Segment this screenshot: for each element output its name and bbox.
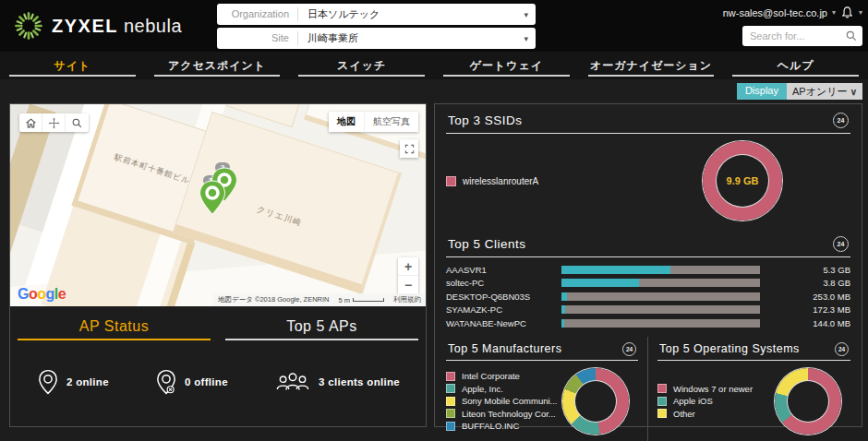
24-hour-icon[interactable]: 24 [622, 342, 636, 356]
organization-label: Organization [217, 7, 298, 21]
context-selectors: Organization 日本ソルテック ▾ Site 川崎事業所 ▾ [217, 4, 536, 52]
legend-label: Apple, Inc. [462, 384, 503, 394]
pin-online-icon [38, 369, 58, 395]
zoom-in-button[interactable]: + [398, 257, 418, 276]
search-icon [71, 117, 83, 129]
site-select[interactable]: Site 川崎事業所 ▾ [217, 28, 536, 49]
24-hour-icon[interactable]: 24 [833, 113, 849, 128]
google-letter: o [29, 286, 37, 302]
client-row: SYAMAZK-PC 172.3 MB [446, 304, 850, 317]
legend-item: Sony Mobile Communi... [446, 396, 562, 406]
tab-help[interactable]: ヘルプ [723, 52, 868, 79]
ssids-chart: wirelesslanrouterA 9.9 GB [446, 134, 850, 228]
bell-icon[interactable] [840, 6, 854, 19]
display-mode-value: APオンリー [792, 85, 847, 99]
tab-ap-status[interactable]: AP Status [10, 308, 218, 345]
legend-item: BUFFALO.INC [446, 421, 562, 431]
map-search-button[interactable] [66, 113, 89, 132]
manufacturers-section: Top 5 Manufacturers 24 Intel Corporate A… [446, 337, 648, 441]
legend-swatch [446, 176, 456, 186]
bar-fill [561, 292, 567, 301]
bar-fill [561, 279, 639, 287]
home-icon [25, 117, 37, 129]
google-logo[interactable]: Google [18, 286, 66, 303]
pan-button[interactable] [42, 113, 66, 132]
map-marker-pin[interactable] [199, 180, 226, 215]
client-name: SYAMAZK-PC [446, 304, 561, 315]
display-bar: Display APオンリー ∨ [737, 83, 862, 100]
tab-organization[interactable]: オーガナイゼーション [579, 52, 724, 79]
legend-swatch [657, 384, 667, 393]
search-icon[interactable] [845, 30, 858, 42]
chevron-down-icon: ▾ [859, 8, 862, 17]
24-hour-icon[interactable]: 24 [833, 236, 849, 252]
legend-label: Intel Corporate [462, 371, 520, 381]
client-name: AAASVR1 [446, 265, 561, 275]
os-chart: Windows 7 or newer Apple iOS Other [657, 361, 850, 441]
tab-site[interactable]: サイト [0, 52, 145, 79]
legend-label: BUFFALO.INC [462, 421, 519, 431]
legend-swatch [657, 397, 667, 406]
legend-label: wirelesslanrouterA [463, 176, 538, 186]
legend-item: Apple, Inc. [446, 384, 562, 394]
stat-offline: 0 offline [156, 369, 228, 395]
legend-label: Windows 7 or newer [673, 384, 753, 394]
legend-swatch [657, 409, 667, 418]
client-value: 3.8 GB [760, 278, 850, 288]
bar-track [561, 319, 760, 328]
zoom-out-button[interactable]: − [398, 276, 418, 294]
bar-track [561, 266, 760, 274]
stat-clients-label: 3 clients online [319, 376, 400, 387]
tab-switch[interactable]: スイッチ [289, 52, 434, 79]
ap-status-tabs: AP Status Top 5 APs [10, 308, 426, 345]
account-menu[interactable]: nw-sales@sol-tec.co.jp [723, 7, 827, 18]
map-type-map-button[interactable]: 地図 [329, 112, 364, 132]
chevron-down-icon: ▾ [832, 8, 836, 17]
client-name: DESKTOP-Q6BN03S [446, 292, 561, 302]
client-value: 5.3 GB [760, 265, 850, 275]
clients-header: Top 5 Clients 24 [446, 228, 850, 257]
client-name: WATANABE-NewPC [446, 318, 561, 328]
stat-online-label: 2 online [66, 376, 109, 387]
legend-item: wirelesslanrouterA [446, 176, 703, 186]
terms-link[interactable]: 利用規約 [389, 293, 426, 306]
fullscreen-button[interactable] [400, 139, 418, 158]
google-map[interactable]: 駅前本町十番館ビル クリエ川崎 2 1 [10, 104, 426, 306]
google-letter: g [46, 286, 54, 302]
client-value: 144.0 MB [760, 318, 850, 328]
brand-zyxel: ZYXEL [52, 16, 118, 37]
os-title: Top 5 Operating Systems [659, 342, 800, 355]
ssids-header: Top 3 SSIDs 24 [446, 104, 850, 134]
os-section: Top 5 Operating Systems 24 Windows 7 or … [648, 337, 850, 441]
tab-access-points[interactable]: アクセスポイント [145, 52, 290, 79]
chevron-down-icon: ▾ [524, 34, 528, 43]
legend-swatch [446, 372, 455, 381]
ssids-title: Top 3 SSIDs [448, 113, 523, 127]
brand-nebula: nebula [124, 16, 182, 37]
tab-gateway[interactable]: ゲートウェイ [434, 52, 579, 79]
map-type-satellite-button[interactable]: 航空写真 [364, 112, 418, 132]
stats-panel: Top 3 SSIDs 24 wirelesslanrouterA 9.9 GB… [434, 103, 862, 427]
client-row: soltec-PC 3.8 GB [446, 277, 850, 291]
clients-title: Top 5 Clients [448, 237, 526, 251]
zyxel-logo-icon [13, 10, 44, 42]
google-letter: o [37, 286, 45, 302]
main-nav: サイト アクセスポイント スイッチ ゲートウェイ オーガナイゼーション ヘルプ [0, 52, 868, 79]
24-hour-icon[interactable]: 24 [835, 342, 849, 356]
chevron-down-icon: ▾ [524, 10, 528, 19]
legend-swatch [446, 422, 455, 431]
os-donut-chart [775, 368, 841, 435]
legend-label: Liteon Technology Cor... [462, 409, 556, 419]
display-label: Display [737, 83, 787, 100]
organization-select[interactable]: Organization 日本ソルテック ▾ [217, 4, 536, 25]
bar-fill [561, 305, 565, 314]
tab-top5-aps[interactable]: Top 5 APs [218, 308, 426, 345]
chevron-down-icon: ∨ [850, 87, 857, 97]
manufacturers-title: Top 5 Manufacturers [448, 342, 561, 355]
client-value: 253.0 MB [760, 292, 850, 302]
bar-track [561, 305, 760, 314]
display-mode-select[interactable]: APオンリー ∨ [787, 83, 862, 100]
manufacturers-donut-chart [562, 368, 629, 435]
legend-label: Sony Mobile Communi... [462, 396, 557, 406]
home-button[interactable] [19, 113, 42, 132]
